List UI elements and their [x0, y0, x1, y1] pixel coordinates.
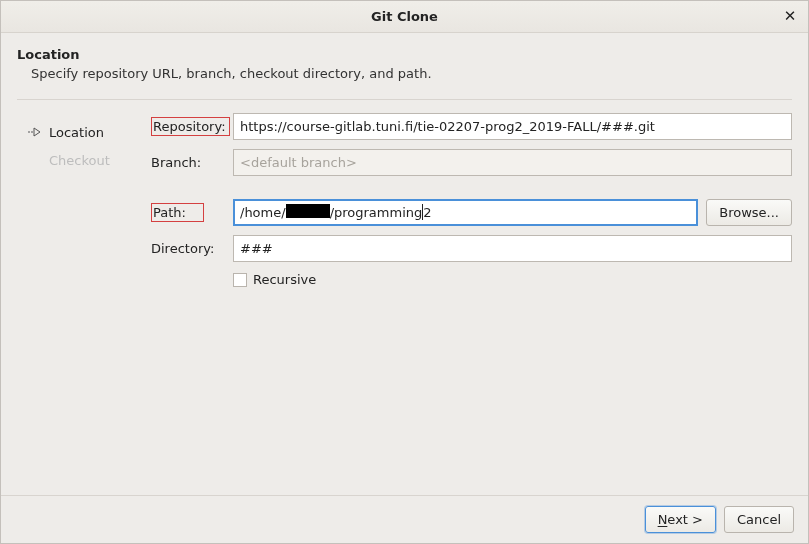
window-title: Git Clone [1, 9, 808, 24]
wizard-steps: Location Checkout [17, 112, 151, 495]
divider [17, 99, 792, 100]
row-branch: Branch: [151, 148, 792, 176]
repository-label-wrap: Repository: [151, 117, 233, 136]
titlebar: Git Clone ✕ [1, 1, 808, 33]
step-checkout: Checkout [27, 146, 151, 174]
next-button[interactable]: Next > [645, 506, 716, 533]
recursive-label[interactable]: Recursive [253, 272, 316, 287]
path-redacted-segment [286, 204, 330, 218]
recursive-checkbox[interactable] [233, 273, 247, 287]
dialog-body: Location Checkout Repository: Branch: [17, 112, 792, 495]
branch-label: Branch: [151, 155, 233, 170]
repository-input[interactable] [233, 113, 792, 140]
row-repository: Repository: [151, 112, 792, 140]
path-text-tail: 2 [423, 205, 431, 220]
branch-input[interactable] [233, 149, 792, 176]
section-heading: Location [17, 47, 792, 62]
branch-label-wrap: Branch: [151, 155, 233, 170]
directory-label-wrap: Directory: [151, 241, 233, 256]
step-checkout-label: Checkout [49, 153, 110, 168]
repository-label: Repository: [151, 117, 230, 136]
step-arrow-icon [27, 125, 43, 139]
path-text-suffix: /programming [330, 205, 423, 220]
dialog-content: Location Specify repository URL, branch,… [1, 33, 808, 495]
svg-point-1 [31, 131, 33, 133]
row-path: Path: /home//programming2 Browse... [151, 198, 792, 226]
directory-label: Directory: [151, 241, 233, 256]
path-label-wrap: Path: [151, 203, 233, 222]
next-accesskey: N [658, 512, 668, 527]
section-subheading: Specify repository URL, branch, checkout… [31, 66, 792, 81]
step-spacer-icon [27, 153, 43, 167]
svg-point-0 [28, 131, 30, 133]
dialog-footer: Next > Cancel [1, 495, 808, 543]
form-area: Repository: Branch: Path: /h [151, 112, 792, 495]
path-text-prefix: /home/ [240, 205, 286, 220]
row-directory: Directory: [151, 234, 792, 262]
step-location[interactable]: Location [27, 118, 151, 146]
browse-button[interactable]: Browse... [706, 199, 792, 226]
row-recursive: Recursive [233, 272, 792, 287]
git-clone-window: Git Clone ✕ Location Specify repository … [0, 0, 809, 544]
next-rest: ext > [667, 512, 703, 527]
directory-input[interactable] [233, 235, 792, 262]
path-input[interactable]: /home//programming2 [233, 199, 698, 226]
path-label: Path: [151, 203, 204, 222]
cancel-button[interactable]: Cancel [724, 506, 794, 533]
step-location-label: Location [49, 125, 104, 140]
close-button[interactable]: ✕ [782, 9, 798, 25]
close-icon: ✕ [784, 7, 797, 25]
